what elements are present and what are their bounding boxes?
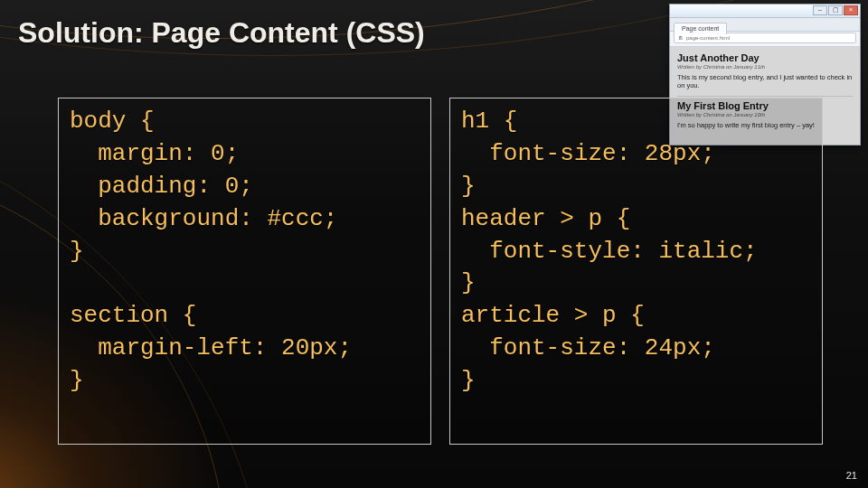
code-content: h1 { font-size: 28px; } header > p { fon… <box>461 106 811 398</box>
minimize-icon: – <box>813 5 827 15</box>
post-title: Just Another Day <box>677 52 853 63</box>
slide-title: Solution: Page Content (CSS) <box>18 16 425 50</box>
url-field: 🗎 page-content.html <box>674 33 856 43</box>
code-box-right: h1 { font-size: 28px; } header > p { fon… <box>449 98 823 445</box>
post-body: This is my second blog entry, and I just… <box>677 73 853 90</box>
post-byline: Written by Christina on January 11th <box>677 64 853 70</box>
browser-tabbar: Page content <box>670 18 860 32</box>
slide: Solution: Page Content (CSS) – ▢ × Page … <box>0 0 868 488</box>
url-text: page-content.html <box>686 33 730 42</box>
code-content: body { margin: 0; padding: 0; background… <box>70 106 420 398</box>
page-number: 21 <box>846 470 857 481</box>
code-row: body { margin: 0; padding: 0; background… <box>58 98 823 445</box>
code-box-left: body { margin: 0; padding: 0; background… <box>58 98 431 445</box>
browser-addressbar: 🗎 page-content.html <box>670 32 860 47</box>
maximize-icon: ▢ <box>828 5 843 15</box>
divider <box>677 96 853 97</box>
page-icon: 🗎 <box>678 33 684 42</box>
close-icon: × <box>844 5 858 15</box>
window-buttons: – ▢ × <box>813 5 858 15</box>
window-titlebar: – ▢ × <box>670 5 860 18</box>
